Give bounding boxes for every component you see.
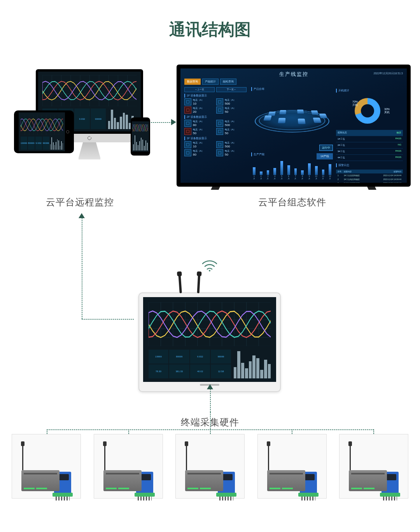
dash-center: 产品分布运行中1#产线: [251, 87, 333, 149]
dash-title: 生产线监控: [180, 71, 407, 78]
arrow-up-icon: [207, 384, 213, 389]
dash-right: 开机统计70%开机30%关机报警状态触发1#工位PASS2#工位NG3#工位PA…: [336, 87, 403, 180]
terminal-device: [175, 434, 245, 499]
terminal-row: [12, 434, 408, 499]
diagram-title: 通讯结构图: [0, 0, 420, 40]
dash-bars: 生产产能1月2月3月4月5月6月7月8月9月10月11月12月: [251, 152, 333, 180]
scada-dashboard: 生产线监控2022年12月26日18:51:3数据查询产能统计能耗查询＜上一页下…: [177, 65, 411, 190]
tablet: 19999899999.93299999: [14, 110, 74, 153]
scada-label: 云平台组态软件: [258, 196, 326, 208]
dash-timestamp: 2022年12月26日18:51:3: [374, 72, 403, 75]
apple-logo-icon: [88, 136, 91, 140]
terminal-device: [339, 434, 408, 499]
gateway-module: [21, 470, 60, 491]
gateway-module: [267, 470, 305, 491]
terminal-device: [12, 434, 81, 499]
gateway-module: [103, 470, 142, 491]
arrow-right-icon: [171, 119, 176, 125]
gateway-module: [349, 470, 387, 491]
terminal-device: [257, 434, 327, 499]
arrow-up-icon: [79, 213, 85, 218]
phone: 19999899999.93299999: [131, 117, 150, 156]
dash-left: ＜上一页下一页＞1F 设备数据显示电流（A）10电流（A）500电流（A）20电…: [184, 87, 247, 180]
remote-monitor-devices: 19999899999.93299999 19999899999.9329999…: [14, 69, 149, 177]
gateway-module: [185, 470, 223, 491]
remote-label: 云平台远程监控: [46, 196, 114, 208]
terminal-device: [94, 434, 163, 499]
dash-tabs[interactable]: 数据查询产能统计能耗查询: [184, 79, 236, 85]
gateway-panel-pc: 19999899999.9329999978.30381.3340.0212.5…: [138, 258, 281, 392]
